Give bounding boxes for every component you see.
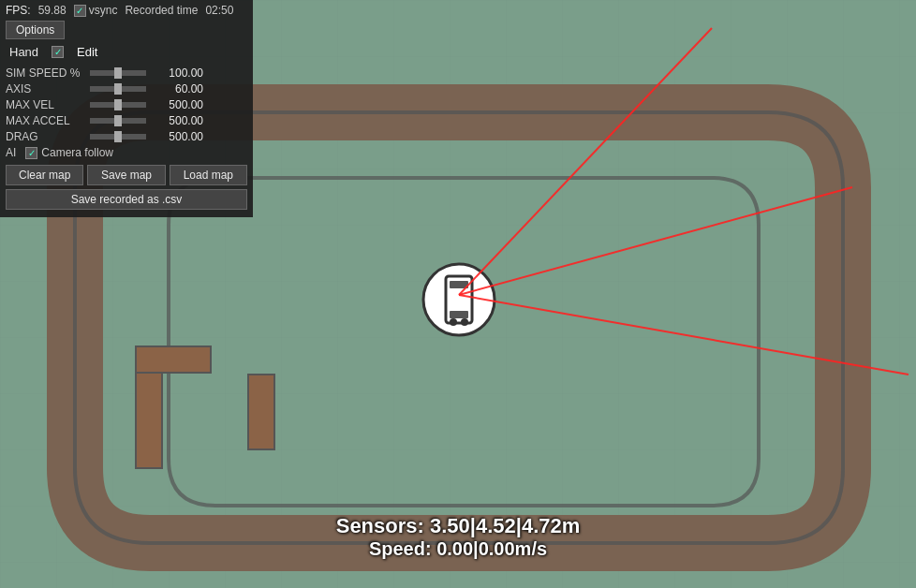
param-slider-1[interactable]	[90, 86, 146, 92]
param-label-4: DRAG	[6, 130, 90, 143]
top-bar: FPS: 59.88 ✓ vsync Recorded time 02:50	[6, 4, 247, 17]
svg-rect-4	[248, 375, 274, 449]
camera-follow-checkbox[interactable]: ✓	[25, 147, 37, 159]
fps-label: FPS:	[6, 4, 31, 17]
ai-label: AI	[6, 146, 16, 159]
param-row-2: MAX VEL 500.00	[6, 98, 247, 111]
param-slider-4[interactable]	[90, 134, 146, 140]
param-label-1: AXIS	[6, 82, 90, 96]
save-csv-button[interactable]: Save recorded as .csv	[6, 189, 247, 210]
load-map-button[interactable]: Load map	[170, 165, 247, 185]
mode-bar: Hand ✓ Edit	[6, 43, 247, 61]
hand-mode-button[interactable]: Hand	[6, 43, 42, 61]
recorded-value: 02:50	[205, 4, 233, 17]
param-value-0: 100.00	[152, 66, 203, 80]
svg-rect-8	[450, 311, 468, 318]
param-slider-3[interactable]	[90, 118, 146, 124]
param-row-0: SIM SPEED % 100.00	[6, 66, 247, 80]
save-map-button[interactable]: Save map	[87, 165, 165, 185]
param-value-4: 500.00	[152, 130, 203, 143]
param-label-0: SIM SPEED %	[6, 66, 90, 80]
svg-point-9	[450, 318, 457, 326]
recorded-label: Recorded time	[125, 4, 198, 17]
svg-rect-3	[136, 346, 211, 373]
action-buttons-row: Clear map Save map Load map	[6, 165, 247, 185]
vsync-checkbox[interactable]: ✓	[74, 5, 86, 17]
vsync-label: vsync	[89, 4, 118, 17]
camera-follow-label: Camera follow	[41, 146, 113, 159]
param-value-2: 500.00	[152, 98, 203, 111]
edit-checkbox[interactable]: ✓	[52, 46, 64, 58]
param-label-2: MAX VEL	[6, 98, 90, 111]
param-slider-0[interactable]	[90, 70, 146, 76]
edit-mode-button[interactable]: Edit	[73, 43, 101, 61]
param-label-3: MAX ACCEL	[6, 114, 90, 127]
options-button[interactable]: Options	[6, 21, 65, 39]
param-value-1: 60.00	[152, 82, 203, 96]
ai-row: AI ✓ Camera follow	[6, 146, 247, 159]
clear-map-button[interactable]: Clear map	[6, 165, 83, 185]
param-row-4: DRAG 500.00	[6, 130, 247, 143]
param-row-1: AXIS 60.00	[6, 82, 247, 96]
camera-follow[interactable]: ✓ Camera follow	[25, 146, 113, 159]
vsync-check[interactable]: ✓ vsync	[74, 4, 118, 17]
svg-point-10	[461, 318, 468, 326]
param-row-3: MAX ACCEL 500.00	[6, 114, 247, 127]
params-section: SIM SPEED % 100.00 AXIS 60.00 MAX VEL 50…	[6, 66, 247, 143]
control-panel: FPS: 59.88 ✓ vsync Recorded time 02:50 O…	[0, 0, 253, 217]
param-value-3: 500.00	[152, 114, 203, 127]
param-slider-2[interactable]	[90, 102, 146, 108]
fps-value: 59.88	[38, 4, 66, 17]
